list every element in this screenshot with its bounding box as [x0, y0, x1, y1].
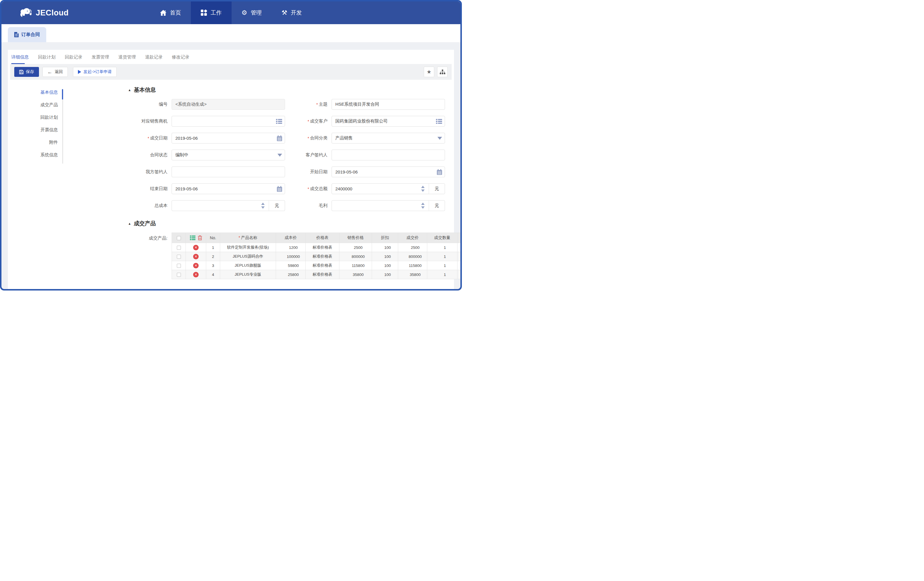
deal-date-label: *成交日期 [148, 135, 172, 141]
elephant-logo-icon [20, 8, 32, 18]
category-label: *合同分类 [308, 135, 332, 141]
customer-input[interactable] [332, 116, 445, 127]
col-subtotal: 小计 [457, 233, 462, 243]
nav-item-home[interactable]: 首页 [150, 2, 191, 24]
delete-row-button[interactable]: ✕ [193, 254, 199, 259]
end-date-input[interactable] [172, 184, 285, 194]
delete-row-button[interactable]: ✕ [193, 263, 199, 268]
subtab-invoice[interactable]: 发票管理 [92, 55, 109, 64]
toolbar: 保存 ← 返回 发起->订单申请 ★ [10, 64, 452, 80]
anchor-attachments[interactable]: 附件 [8, 138, 69, 151]
calendar-icon[interactable] [437, 169, 442, 175]
spacer-band [2, 42, 460, 50]
our-signer-label: 我方签约人 [146, 169, 172, 175]
delete-rows-icon[interactable] [198, 235, 202, 240]
start-date-input[interactable] [332, 167, 445, 177]
subject-field [332, 99, 445, 110]
status-select[interactable] [172, 150, 285, 161]
favorite-button[interactable]: ★ [424, 67, 434, 77]
opportunity-input[interactable] [172, 116, 285, 127]
subtab-detail[interactable]: 详细信息 [12, 55, 29, 64]
products-field-row: 成交产品: [128, 233, 462, 279]
section-basic-info[interactable]: ▲ 基本信息 [128, 86, 462, 94]
toolbar-right: ★ [424, 67, 447, 77]
cust-signer-label: 客户签约人 [306, 152, 332, 158]
nav-item-admin[interactable]: ⚙ 管理 [231, 2, 272, 24]
delete-row-button[interactable]: ✕ [193, 272, 199, 277]
subtab-refund[interactable]: 退款记录 [145, 55, 163, 64]
anchor-payment-plan[interactable]: 回款计划 [8, 113, 69, 126]
step-down-icon [261, 206, 265, 209]
deal-date-input[interactable] [172, 133, 285, 144]
calendar-icon[interactable] [277, 135, 282, 141]
nav-item-work[interactable]: 工作 [191, 2, 231, 24]
total-field: 元 [332, 184, 445, 194]
tab-strip: 订单合同 [2, 24, 460, 42]
number-stepper[interactable] [420, 200, 426, 211]
list-picker-icon[interactable] [276, 119, 282, 124]
number-stepper[interactable] [420, 184, 426, 194]
required-mark: * [148, 136, 149, 141]
save-button[interactable]: 保存 [14, 67, 39, 77]
row-actions-header [186, 233, 206, 243]
col-dealprice: 成交价 [398, 233, 427, 243]
row-checkbox[interactable] [177, 246, 181, 250]
col-discount: 折扣 [372, 233, 398, 243]
star-icon: ★ [427, 69, 431, 74]
cust-signer-input[interactable] [332, 150, 445, 161]
anchor-deal-products[interactable]: 成交产品 [8, 101, 69, 113]
sitemap-button[interactable] [437, 67, 447, 77]
chevron-down-icon[interactable] [437, 137, 442, 140]
content-card: 详细信息 回款计划 回款记录 发票管理 退货管理 退款记录 修改记录 保存 [8, 50, 454, 289]
subtab-modify-record[interactable]: 修改记录 [172, 55, 189, 64]
subtab-return[interactable]: 退货管理 [118, 55, 136, 64]
chevron-down-icon[interactable] [277, 154, 282, 157]
row-checkbox[interactable] [177, 264, 181, 268]
anchor-system-info[interactable]: 系统信息 [8, 151, 69, 163]
row-checkbox[interactable] [177, 273, 181, 277]
play-icon [78, 70, 81, 74]
save-label: 保存 [26, 69, 34, 74]
tools-icon: ⚒ [282, 10, 287, 16]
nav-item-dev[interactable]: ⚒ 开发 [272, 2, 312, 24]
required-mark: * [308, 136, 309, 141]
subtab-payment-plan[interactable]: 回款计划 [38, 55, 56, 64]
cost-input[interactable] [172, 200, 269, 211]
step-down-icon [421, 189, 425, 192]
anchor-invoice-info[interactable]: 开票信息 [8, 126, 69, 138]
select-all-checkbox[interactable] [177, 236, 181, 240]
anchor-track [62, 89, 63, 164]
nav-item-label: 首页 [170, 9, 181, 17]
launch-label: 发起->订单申请 [84, 69, 112, 74]
launch-workflow-button[interactable]: 发起->订单申请 [73, 67, 117, 77]
total-label: *成交总额 [308, 186, 332, 192]
code-input[interactable] [172, 99, 285, 110]
step-up-icon [421, 186, 425, 188]
nav-menu: 首页 工作 ⚙ 管理 ⚒ 开发 [150, 2, 312, 24]
anchor-basic-info[interactable]: 基本信息 [8, 88, 69, 101]
profit-input[interactable] [332, 200, 429, 211]
anchor-nav: 基本信息 成交产品 回款计划 开票信息 附件 系统信息 [8, 84, 69, 279]
row-checkbox[interactable] [177, 255, 181, 259]
collapse-triangle-icon: ▲ [128, 88, 131, 92]
our-signer-input[interactable] [172, 167, 285, 177]
tab-order-contract[interactable]: 订单合同 [8, 27, 46, 42]
brand[interactable]: JECloud [2, 2, 69, 24]
back-label: 返回 [54, 69, 63, 74]
total-input[interactable] [332, 184, 429, 194]
back-button[interactable]: ← 返回 [43, 67, 68, 77]
section-deal-products[interactable]: ▲ 成交产品 [128, 220, 462, 227]
step-down-icon [421, 206, 425, 209]
required-mark: * [308, 119, 309, 124]
form-content: ▲ 基本信息 编号 *主题 对应销售商机 [69, 84, 462, 279]
delete-row-button[interactable]: ✕ [193, 245, 199, 250]
cost-field: 元 [172, 200, 285, 211]
category-select[interactable] [332, 133, 445, 144]
subtab-payment-record[interactable]: 回款记录 [65, 55, 82, 64]
add-row-icon[interactable] [190, 235, 195, 240]
subject-input[interactable] [332, 99, 445, 110]
tab-label: 订单合同 [21, 32, 40, 38]
calendar-icon[interactable] [277, 186, 282, 192]
list-picker-icon[interactable] [436, 119, 442, 124]
number-stepper[interactable] [260, 200, 266, 211]
